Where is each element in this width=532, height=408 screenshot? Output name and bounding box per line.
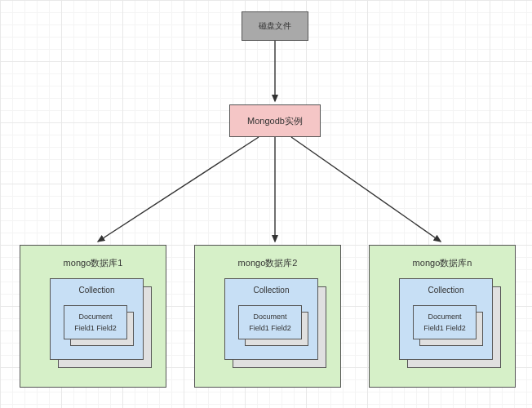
document-fields: Field1 Field2 — [64, 322, 126, 334]
disk-file-label: 磁盘文件 — [259, 20, 291, 32]
document-box: Document Field1 Field2 — [413, 305, 477, 339]
collection-label: Collection — [225, 286, 317, 295]
database-title: mongo数据库n — [370, 257, 515, 269]
document-label: Document — [414, 311, 476, 322]
document-label: Document — [239, 311, 301, 322]
svg-line-1 — [98, 137, 259, 242]
mongodb-instance-box: Mongodb实例 — [229, 104, 321, 137]
database-title: mongo数据库1 — [20, 257, 166, 269]
document-label: Document — [64, 311, 126, 322]
mongodb-instance-label: Mongodb实例 — [247, 115, 303, 127]
document-box: Document Field1 Field2 — [238, 305, 302, 339]
collection-box: Collection Document Field1 Field2 — [50, 278, 144, 360]
collection-label: Collection — [51, 286, 143, 295]
database-box-2: mongo数据库2 Collection Document Field1 Fie… — [194, 245, 341, 388]
document-box: Document Field1 Field2 — [64, 305, 127, 339]
collection-box: Collection Document Field1 Field2 — [399, 278, 493, 360]
document-fields: Field1 Field2 — [239, 322, 301, 334]
disk-file-box: 磁盘文件 — [242, 11, 308, 41]
document-fields: Field1 Field2 — [414, 322, 476, 334]
collection-box: Collection Document Field1 Field2 — [224, 278, 318, 360]
database-box-n: mongo数据库n Collection Document Field1 Fie… — [369, 245, 516, 388]
collection-label: Collection — [400, 286, 492, 295]
database-title: mongo数据库2 — [195, 257, 340, 269]
database-box-1: mongo数据库1 Collection Document Field1 Fie… — [20, 245, 166, 388]
svg-line-3 — [291, 137, 441, 242]
